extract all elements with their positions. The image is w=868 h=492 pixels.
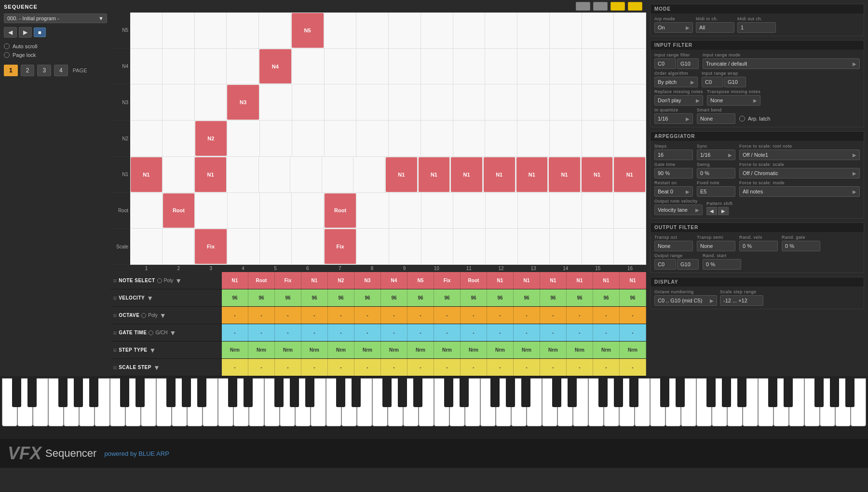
empty-cell-r3-c9[interactable]	[421, 121, 453, 156]
empty-cell-r5-c0[interactable]	[130, 193, 163, 229]
note-cell-r6-c2[interactable]: Fix	[195, 229, 227, 264]
lane-cell-scale-step-1[interactable]: -	[248, 359, 275, 376]
empty-cell-r4-c4[interactable]	[259, 157, 291, 192]
black-key-oct0-0[interactable]	[12, 378, 21, 407]
input-range-wrap-high[interactable]: G10	[724, 77, 746, 87]
empty-cell-r4-c1[interactable]	[163, 157, 195, 192]
empty-cell-r2-c2[interactable]	[195, 84, 227, 120]
lane-cell-note-select-8[interactable]: Fix	[434, 272, 461, 289]
black-key-oct1-3[interactable]	[182, 378, 191, 407]
output-range-low[interactable]: C0	[654, 259, 676, 270]
empty-cell-r5-c5[interactable]	[292, 193, 324, 229]
lane-cell-note-select-7[interactable]: N5	[407, 272, 434, 289]
empty-cell-r5-c7[interactable]	[357, 193, 389, 229]
lane-cell-velocity-14[interactable]: 96	[593, 289, 620, 306]
black-key-oct6-2[interactable]	[706, 378, 716, 407]
note-cell-r4-c14[interactable]: N1	[582, 157, 613, 192]
lane-cell-gate-time-14[interactable]: -	[593, 324, 620, 341]
empty-cell-r2-c11[interactable]	[485, 84, 517, 120]
empty-cell-r6-c1[interactable]	[163, 229, 195, 264]
black-key-oct3-2[interactable]	[382, 378, 392, 407]
empty-cell-r4-c6[interactable]	[322, 157, 354, 192]
empty-cell-r0-c3[interactable]	[227, 13, 259, 48]
black-key-oct3-3[interactable]	[398, 378, 407, 407]
empty-cell-r1-c10[interactable]	[453, 49, 486, 84]
black-key-oct2-0[interactable]	[228, 378, 237, 407]
lane-cell-octave-5[interactable]: -	[354, 307, 381, 324]
empty-cell-r3-c11[interactable]	[485, 121, 517, 156]
empty-cell-r1-c13[interactable]	[550, 49, 582, 84]
black-key-oct0-3[interactable]	[74, 378, 83, 407]
black-key-oct1-1[interactable]	[136, 378, 145, 407]
lane-cell-gate-time-11[interactable]: -	[514, 324, 540, 341]
lane-cell-velocity-11[interactable]: 96	[514, 289, 540, 306]
lane-cell-note-select-0[interactable]: N1	[222, 272, 248, 289]
lane-cell-note-select-9[interactable]: Root	[461, 272, 487, 289]
lane-cell-octave-1[interactable]: -	[248, 307, 275, 324]
empty-cell-r5-c2[interactable]	[195, 193, 228, 229]
transp-semi-value[interactable]: None	[697, 241, 735, 251]
midi-in-value[interactable]: All	[696, 22, 734, 33]
transpose-missing-value[interactable]: None ▶	[707, 95, 760, 106]
lane-cell-velocity-5[interactable]: 96	[354, 289, 381, 306]
empty-cell-r0-c9[interactable]	[421, 13, 453, 48]
empty-cell-r3-c4[interactable]	[260, 121, 292, 156]
note-cell-r6-c6[interactable]: Fix	[325, 229, 357, 264]
swing-value[interactable]: 0 %	[697, 168, 735, 178]
empty-cell-r6-c0[interactable]	[130, 229, 163, 264]
empty-cell-r3-c3[interactable]	[228, 121, 260, 156]
lane-poly-checkbox-gate-time[interactable]	[149, 330, 153, 335]
fixed-note-value[interactable]: E5	[697, 186, 735, 197]
page-3-button[interactable]: 3	[37, 65, 51, 76]
lane-cell-scale-step-10[interactable]: -	[487, 359, 514, 376]
empty-cell-r5-c9[interactable]	[421, 193, 454, 229]
empty-cell-r3-c8[interactable]	[389, 121, 421, 156]
lane-cell-velocity-10[interactable]: 96	[487, 289, 514, 306]
lane-cell-step-type-7[interactable]: Nrm	[407, 342, 434, 358]
empty-cell-r2-c1[interactable]	[163, 84, 195, 120]
replace-missing-value[interactable]: Don't play ▶	[654, 95, 703, 106]
empty-cell-r0-c10[interactable]	[453, 13, 486, 48]
empty-cell-r6-c9[interactable]	[421, 229, 454, 264]
lane-cell-step-type-15[interactable]: Nrm	[620, 342, 646, 358]
lane-cell-velocity-15[interactable]: 96	[620, 289, 646, 306]
lane-cell-gate-time-5[interactable]: -	[354, 324, 381, 341]
lane-cell-note-select-3[interactable]: N1	[301, 272, 328, 289]
lane-cell-gate-time-2[interactable]: -	[275, 324, 301, 341]
input-range-filter-high[interactable]: G10	[677, 58, 699, 69]
in-quantize-value[interactable]: 1/16 ▶	[654, 113, 693, 124]
empty-cell-r5-c4[interactable]	[260, 193, 292, 229]
black-key-oct7-4[interactable]	[845, 378, 854, 407]
empty-cell-r4-c7[interactable]	[353, 157, 385, 192]
auto-scroll-checkbox[interactable]	[4, 43, 10, 49]
lane-drag-octave[interactable]: ≡	[113, 312, 117, 319]
empty-cell-r6-c4[interactable]	[260, 229, 292, 264]
lane-cell-octave-2[interactable]: -	[275, 307, 301, 324]
black-key-oct7-3[interactable]	[830, 378, 839, 407]
lane-cell-step-type-5[interactable]: Nrm	[354, 342, 381, 358]
page-2-button[interactable]: 2	[21, 65, 35, 76]
lane-cell-note-select-10[interactable]: N1	[487, 272, 514, 289]
lane-cell-gate-time-8[interactable]: -	[434, 324, 461, 341]
rand-start-value[interactable]: 0 %	[703, 259, 741, 270]
lane-cell-step-type-13[interactable]: Nrm	[567, 342, 593, 358]
empty-cell-r0-c12[interactable]	[517, 13, 550, 48]
arp-mode-value[interactable]: On ▶	[654, 22, 693, 33]
lane-cell-scale-step-14[interactable]: -	[593, 359, 620, 376]
empty-cell-r6-c12[interactable]	[518, 229, 550, 264]
lane-cell-note-select-11[interactable]: N1	[514, 272, 540, 289]
black-key-oct7-1[interactable]	[784, 378, 793, 407]
lane-cell-octave-7[interactable]: -	[407, 307, 434, 324]
lane-cell-octave-11[interactable]: -	[514, 307, 540, 324]
lane-cell-note-select-5[interactable]: N3	[354, 272, 381, 289]
black-key-oct3-0[interactable]	[336, 378, 345, 407]
empty-cell-r2-c6[interactable]	[325, 84, 357, 120]
empty-cell-r2-c10[interactable]	[453, 84, 486, 120]
lane-cell-velocity-2[interactable]: 96	[275, 289, 301, 306]
empty-cell-r0-c11[interactable]	[485, 13, 517, 48]
input-range-wrap-low[interactable]: C0	[702, 77, 723, 87]
lane-cell-gate-time-1[interactable]: -	[248, 324, 275, 341]
note-cell-r4-c0[interactable]: N1	[131, 157, 163, 192]
empty-cell-r2-c12[interactable]	[517, 84, 550, 120]
lane-cell-gate-time-4[interactable]: -	[328, 324, 354, 341]
